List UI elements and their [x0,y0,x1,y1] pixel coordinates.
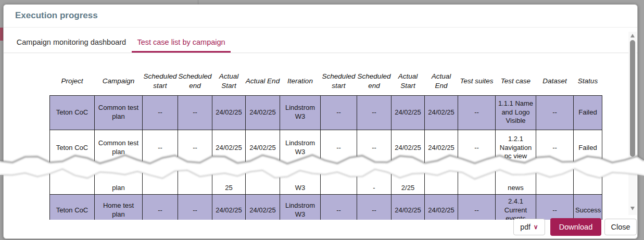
table-row: Teton CoCCommon test plan----24/02/2524/… [50,95,602,130]
table-cell: -- [143,95,178,130]
column-header: Test case [496,67,536,95]
scrollbar-thumb[interactable] [630,40,635,157]
export-format-select[interactable]: pdf ∨ [513,219,545,235]
table-cell: 24/02/25 [212,95,246,130]
table-cell: -- [536,194,574,220]
column-header: Test suites [458,67,496,95]
table-cell: 24/02/25 [246,130,280,166]
column-header: Scheduled end [178,67,212,95]
table-cell: -- [143,194,178,220]
background-divider-line [198,0,198,4]
table-cell [458,166,496,194]
column-header: Scheduled start [321,67,357,95]
column-header: Actual End [246,67,280,95]
table-cell: Failed [574,95,602,130]
table-cell: Teton CoC [50,194,95,220]
table-cell: Failed [574,130,602,166]
table-cell: 24/02/25 [392,194,425,220]
table-cell: -- [357,194,392,220]
column-header: Scheduled end [357,67,392,95]
table-cell: 24/02/25 [212,194,246,220]
table-cell: -- [178,194,212,220]
table-cell: Success [574,194,602,220]
table-cell: -- [357,130,392,166]
table-cell [425,166,458,194]
table-cell: -- [321,95,357,130]
table-cell: 2.4.1 Current events [496,194,536,220]
table-cell [246,166,280,194]
tab-campaign-monitoring-dashboard[interactable]: Campaign monitoring dashboard [16,37,127,51]
table-cell: Common test plan [95,95,143,130]
chevron-down-icon: ∨ [534,224,538,230]
table-cell: 24/02/25 [392,95,425,130]
table-row: Teton CoCHome test plan----24/02/2524/02… [50,194,602,220]
page-background: Execution progress Campaign monitoring d… [0,0,644,240]
close-button[interactable]: Close [604,219,637,235]
tab-test-case-list-by-campaign[interactable]: Test case list by campaign [132,37,231,53]
column-header: Iteration [280,67,321,95]
column-header: Project [50,67,95,95]
download-button[interactable]: Download [550,218,601,236]
scroll-down-icon[interactable] [630,207,635,210]
report-table-container: ProjectCampaignScheduled startScheduled … [49,67,609,220]
export-format-value: pdf [520,223,530,231]
table-cell: 2/25 [392,166,425,194]
table-cell: -- [536,95,574,130]
table-cell: -- [458,130,496,166]
table-cell: Lindstrom W3 [280,95,321,130]
table-row: plan25W3-2/25news [50,166,602,194]
table-cell: 24/02/25 [425,130,458,166]
table-cell: - [357,166,392,194]
table-cell: 24/02/25 [392,130,425,166]
table-cell: 1.2.1 Navigation pc view [496,130,536,166]
table-cell: Lindstrom W3 [280,130,321,166]
table-cell: Common test plan [95,130,143,166]
column-header: Actual Start [392,67,425,95]
table-cell [574,166,602,194]
column-header: Actual End [425,67,458,95]
table-cell: Teton CoC [50,95,95,130]
table-cell: 1.1.1 Name and Logo Visible [496,95,536,130]
table-cell: news [496,166,536,194]
table-cell [143,166,178,194]
dialog-title: Execution progress [15,10,98,21]
column-header: Campaign [95,67,143,95]
execution-progress-dialog: Execution progress Campaign monitoring d… [3,4,638,239]
column-header: Actual Start [212,67,246,95]
column-header: Scheduled start [143,67,178,95]
tabs-divider [4,53,637,53]
table-cell: 24/02/25 [212,130,246,166]
test-case-report-table: ProjectCampaignScheduled startScheduled … [49,67,602,220]
table-cell: -- [458,194,496,220]
table-cell [536,166,574,194]
table-cell: 24/02/25 [425,95,458,130]
table-cell: Lindstrom W3 [280,194,321,220]
table-header-row: ProjectCampaignScheduled startScheduled … [50,67,602,95]
column-header: Dataset [536,67,574,95]
table-row: Teton CoCCommon test plan----24/02/2524/… [50,130,602,166]
table-cell: 24/02/25 [246,95,280,130]
table-cell: -- [321,130,357,166]
table-cell: plan [95,166,143,194]
table-cell: 24/02/25 [425,194,458,220]
table-cell: 25 [212,166,246,194]
table-cell [178,166,212,194]
vertical-scrollbar[interactable] [628,32,637,215]
table-cell: Teton CoC [50,130,95,166]
title-divider [4,27,637,28]
table-cell: -- [458,95,496,130]
table-cell: -- [321,194,357,220]
table-cell: -- [536,130,574,166]
table-cell: Home test plan [95,194,143,220]
table-cell: -- [178,130,212,166]
table-cell: 24/02/25 [246,194,280,220]
table-cell: -- [143,130,178,166]
table-cell: -- [357,95,392,130]
table-cell [50,166,95,194]
scroll-up-icon[interactable] [630,34,635,37]
column-header: Status [574,67,602,95]
table-cell: W3 [280,166,321,194]
table-cell: -- [178,95,212,130]
table-cell [321,166,357,194]
